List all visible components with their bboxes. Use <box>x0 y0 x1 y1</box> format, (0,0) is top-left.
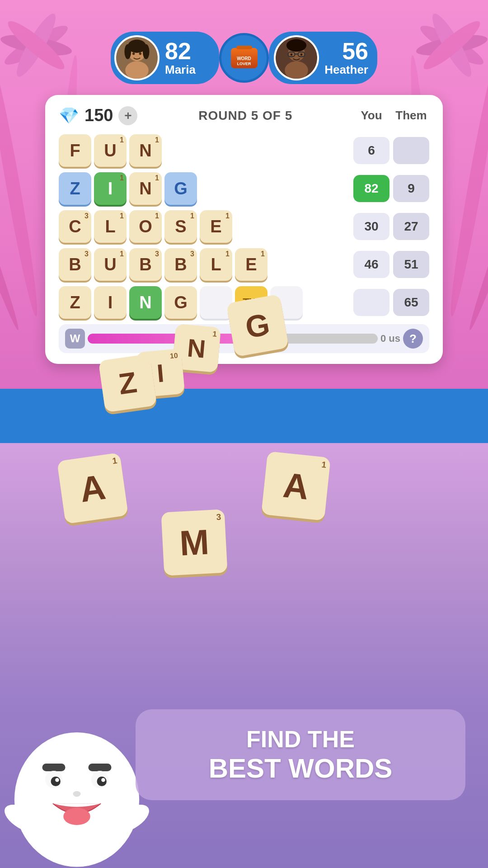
tile-3-2: 3B <box>129 248 162 281</box>
floating-tile-g: G <box>226 294 289 357</box>
svg-point-38 <box>14 732 139 867</box>
svg-point-45 <box>51 777 61 786</box>
bottom-tile-a2[interactable]: 1 A <box>261 451 331 521</box>
tile-3-4: 1L <box>200 248 232 281</box>
svg-text:WORD: WORD <box>237 56 251 61</box>
diamond-icon: 💎 <box>59 106 79 125</box>
tile-4-3: G <box>164 286 197 319</box>
tile-4-0: Z <box>59 286 91 319</box>
them-score-2: 27 <box>393 213 429 240</box>
round-label: ROUND 5 OF 5 <box>143 108 348 123</box>
player2-info: 56 Heather <box>324 39 368 77</box>
you-score-4 <box>353 289 389 316</box>
tile-1-3: G <box>164 172 197 205</box>
them-score-3: 51 <box>393 251 429 278</box>
tile-0-0: F <box>59 134 91 167</box>
svg-rect-42 <box>89 764 112 771</box>
center-badge[interactable]: WORD LOVER <box>219 33 269 83</box>
svg-text:LOVER: LOVER <box>237 61 251 66</box>
player1-name: Maria <box>165 63 196 77</box>
tile-4-2: N <box>129 286 162 319</box>
you-score-1: 82 <box>353 175 389 202</box>
them-score-0 <box>393 137 429 164</box>
svg-point-48 <box>101 778 105 782</box>
tile-4-1: I <box>94 286 127 319</box>
bonus-text: 0 <box>380 333 386 344</box>
svg-point-46 <box>97 777 107 786</box>
them-score-1: 9 <box>393 175 429 202</box>
tile-0-2: 1N <box>129 134 162 167</box>
player2-badge: 56 Heather <box>269 32 377 84</box>
svg-point-20 <box>124 44 131 59</box>
svg-point-21 <box>143 44 150 59</box>
speech-bubble: FIND THE BEST WORDS <box>136 709 465 800</box>
gem-count: 150 <box>84 106 113 125</box>
player1-score: 82 <box>165 39 191 63</box>
player2-score: 56 <box>342 39 368 63</box>
help-button[interactable]: ? <box>403 329 423 349</box>
player2-avatar <box>274 35 319 80</box>
svg-point-23 <box>139 52 142 55</box>
player1-badge: 82 Maria <box>111 32 219 84</box>
blue-strip <box>0 389 488 443</box>
svg-point-37 <box>300 53 303 56</box>
tile-0-1: 1U <box>94 134 127 167</box>
word-row-1: Z1I1NG829 <box>59 172 429 205</box>
floating-tile-z: Z <box>99 354 157 413</box>
svg-point-18 <box>125 61 149 79</box>
progress-fill <box>88 334 247 344</box>
speech-line2: BEST WORDS <box>155 753 446 784</box>
board-header: 💎 150 + ROUND 5 OF 5 You Them <box>59 106 429 125</box>
svg-point-7 <box>445 48 488 318</box>
tile-3-1: 1U <box>94 248 127 281</box>
tile-3-0: 3B <box>59 248 91 281</box>
svg-point-0 <box>0 48 43 318</box>
tile-2-3: 1S <box>164 210 197 243</box>
header: 82 Maria WORD LOVER 56 Heather <box>0 32 488 84</box>
bonus-us-text: us <box>389 333 400 344</box>
you-score-0: 6 <box>353 137 389 164</box>
player1-info: 82 Maria <box>165 39 196 77</box>
word-row-2: 3C1L1O1S1E3027 <box>59 210 429 243</box>
svg-rect-26 <box>236 46 252 49</box>
player2-name: Heather <box>324 63 368 77</box>
tile-1-0: Z <box>59 172 91 205</box>
bottom-tile-m[interactable]: 3 M <box>161 509 227 576</box>
svg-point-49 <box>73 791 81 797</box>
them-score-4: 65 <box>393 289 429 316</box>
word-rows: F1U1N6Z1I1NG8293C1L1O1S1E30273B1U3B3B1L1… <box>59 134 429 319</box>
svg-rect-41 <box>42 764 66 771</box>
svg-point-31 <box>285 61 308 79</box>
you-score-2: 30 <box>353 213 389 240</box>
them-header: Them <box>393 108 429 123</box>
svg-point-1 <box>0 90 23 332</box>
tile-1-1: 1I <box>94 172 127 205</box>
you-header: You <box>353 108 389 123</box>
add-gems-button[interactable]: + <box>118 106 137 125</box>
score-headers: You Them <box>353 108 429 123</box>
tile-1-2: 1N <box>129 172 162 205</box>
bottom-tile-a1[interactable]: 1 A <box>57 453 128 524</box>
speech-line1: FIND THE <box>155 726 446 753</box>
word-row-3: 3B1U3B3B1L1E4651 <box>59 248 429 281</box>
tile-2-0: 3C <box>59 210 91 243</box>
tile-4-4 <box>200 286 232 319</box>
word-row-0: F1U1N6 <box>59 134 429 167</box>
svg-point-32 <box>286 39 306 52</box>
w-label: W <box>65 329 85 349</box>
tile-2-4: 1E <box>200 210 232 243</box>
svg-point-50 <box>63 808 90 825</box>
tile-2-2: 1O <box>129 210 162 243</box>
player1-avatar <box>114 35 160 80</box>
tile-3-5: 1E <box>235 248 267 281</box>
svg-point-36 <box>291 53 293 56</box>
svg-point-22 <box>132 52 135 55</box>
tile-2-1: 1L <box>94 210 127 243</box>
you-score-3: 46 <box>353 251 389 278</box>
svg-point-8 <box>465 90 488 332</box>
svg-point-47 <box>55 778 59 782</box>
tile-3-3: 3B <box>164 248 197 281</box>
